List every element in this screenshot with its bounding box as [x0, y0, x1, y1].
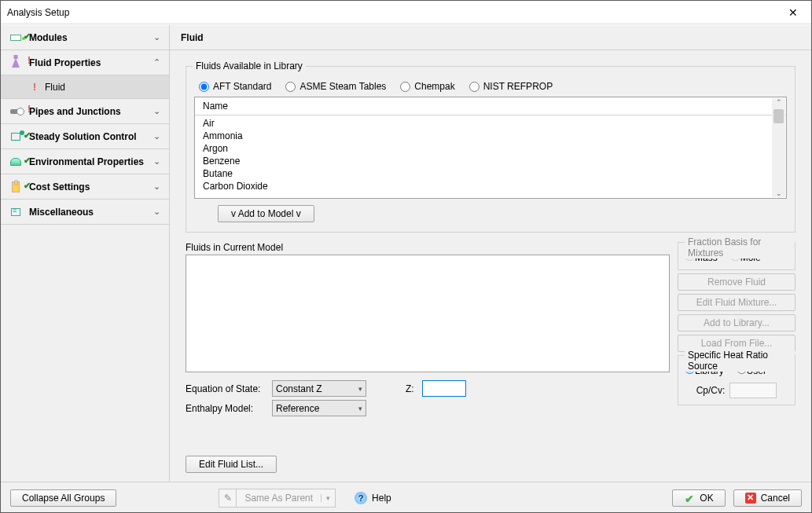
group-label: Fluids Available in Library [193, 60, 306, 71]
flask-icon: ! [7, 57, 24, 69]
chevron-down-icon: ▾ [321, 494, 335, 502]
edit-icon: ✎ [219, 489, 237, 507]
chevron-down-icon: ⌄ [150, 207, 163, 217]
list-item[interactable]: Butane [203, 167, 778, 180]
sidebar-item-label: Environmental Properties [29, 156, 145, 167]
radio-chempak[interactable]: Chempak [400, 81, 454, 92]
collapse-all-button[interactable]: Collapse All Groups [10, 489, 116, 507]
sidebar-item-label: Miscellaneous [29, 207, 145, 218]
content-body: Fluids Available in Library AFT Standard… [170, 50, 811, 482]
sidebar-item-steady-solution[interactable]: ✔ Steady Solution Control ⌄ [1, 124, 169, 149]
fluids-library-group: Fluids Available in Library AFT Standard… [186, 66, 795, 233]
chevron-down-icon: ▾ [358, 405, 362, 412]
list-item[interactable]: Air [203, 117, 778, 130]
solution-icon: ✔ [7, 130, 24, 143]
title-bar: Analysis Setup ✕ [1, 1, 811, 24]
sidebar-item-label: Fluid Properties [29, 57, 145, 68]
sidebar-item-fluid-properties[interactable]: ! Fluid Properties ⌃ [1, 50, 169, 75]
environment-icon: ✔ [7, 156, 24, 168]
list-item[interactable]: Benzene [203, 155, 778, 167]
close-icon [745, 493, 756, 504]
sidebar-item-label: Cost Settings [29, 181, 145, 192]
eos-select[interactable]: Constant Z ▾ [272, 380, 366, 397]
current-model-list[interactable] [186, 255, 670, 372]
radio-aft-standard[interactable]: AFT Standard [199, 81, 271, 92]
edit-mixture-button: Edit Fluid Mixture... [678, 294, 795, 311]
sidebar-item-label: Pipes and Junctions [29, 106, 145, 117]
chevron-down-icon: ⌄ [150, 156, 163, 167]
sidebar-subitem-label: Fluid [45, 82, 65, 93]
sidebar: ✔ Modules ⌄ ! Fluid Properties ⌃ ! Fluid… [1, 25, 170, 482]
chevron-down-icon: ⌄ [150, 32, 163, 42]
enthalpy-select[interactable]: Reference ▾ [272, 400, 366, 416]
pipes-icon: ! [7, 105, 24, 118]
chevron-up-icon: ⌃ [150, 57, 163, 68]
sidebar-item-environmental[interactable]: ✔ Environmental Properties ⌄ [1, 149, 169, 174]
list-item[interactable]: Carbon Dioxide [203, 180, 778, 192]
content-header: Fluid [170, 25, 811, 50]
page-title: Fluid [181, 32, 204, 43]
add-to-model-button[interactable]: v Add to Model v [218, 205, 314, 222]
sidebar-item-pipes-junctions[interactable]: ! Pipes and Junctions ⌄ [1, 99, 169, 124]
add-to-library-button: Add to Library... [678, 314, 795, 332]
heat-ratio-group: Specific Heat Ratio Source Library User … [678, 355, 795, 405]
list-item[interactable]: Ammonia [203, 130, 778, 142]
sidebar-item-miscellaneous[interactable]: Miscellaneous ⌄ [1, 200, 169, 225]
z-label: Z: [406, 383, 414, 394]
column-header-name: Name [195, 97, 786, 115]
content-panel: Fluid Fluids Available in Library AFT St… [170, 25, 811, 482]
fluid-list-items: Air Ammonia Argon Benzene Butane Carbon … [195, 115, 786, 194]
help-button[interactable]: Help [344, 489, 402, 507]
chevron-down-icon: ⌄ [150, 131, 163, 141]
source-radio-row: AFT Standard ASME Steam Tables Chempak N… [194, 81, 787, 92]
cpcv-label: Cp/Cv: [696, 385, 726, 396]
edit-fluid-list-button[interactable]: Edit Fluid List... [186, 456, 277, 473]
sidebar-item-label: Steady Solution Control [29, 131, 145, 142]
scrollbar[interactable] [772, 98, 785, 197]
modules-icon: ✔ [7, 31, 24, 44]
sidebar-item-label: Modules [29, 32, 145, 43]
z-input[interactable] [422, 380, 466, 397]
window-title: Analysis Setup [7, 7, 781, 18]
radio-asme-steam[interactable]: ASME Steam Tables [285, 81, 386, 92]
main-area: ✔ Modules ⌄ ! Fluid Properties ⌃ ! Fluid… [1, 24, 811, 482]
misc-icon [7, 206, 24, 218]
cancel-button[interactable]: Cancel [733, 489, 802, 507]
warning-icon: ! [29, 82, 40, 93]
chevron-down-icon: ⌄ [150, 181, 163, 192]
radio-nist-refprop[interactable]: NIST REFPROP [469, 81, 553, 92]
help-icon [355, 492, 367, 504]
footer: Collapse All Groups ✎ Same As Parent ▾ H… [1, 482, 811, 513]
group-label: Fraction Basis for Mixtures [685, 236, 795, 258]
fraction-basis-group: Fraction Basis for Mixtures Mass Mole [678, 242, 795, 270]
chevron-down-icon: ▾ [358, 385, 362, 393]
list-item[interactable]: Argon [203, 142, 778, 155]
eos-label: Equation of State: [186, 383, 264, 394]
ok-button[interactable]: OK [672, 489, 725, 507]
fluid-library-list[interactable]: Name Air Ammonia Argon Benzene Butane Ca… [194, 97, 787, 199]
chevron-down-icon: ⌄ [150, 106, 163, 116]
close-icon[interactable]: ✕ [781, 6, 805, 19]
enthalpy-label: Enthalpy Model: [186, 403, 264, 414]
same-as-parent-dropdown[interactable]: ✎ Same As Parent ▾ [219, 489, 336, 508]
sidebar-item-cost-settings[interactable]: ✔ Cost Settings ⌄ [1, 174, 169, 200]
sidebar-item-modules[interactable]: ✔ Modules ⌄ [1, 25, 169, 50]
current-model-label: Fluids in Current Model [186, 242, 670, 253]
cost-icon: ✔ [7, 181, 24, 193]
check-icon [684, 493, 695, 504]
sidebar-subitem-fluid[interactable]: ! Fluid [1, 75, 169, 99]
cpcv-input [729, 383, 777, 398]
group-label: Specific Heat Ratio Source [685, 350, 795, 372]
remove-fluid-button: Remove Fluid [678, 273, 795, 291]
